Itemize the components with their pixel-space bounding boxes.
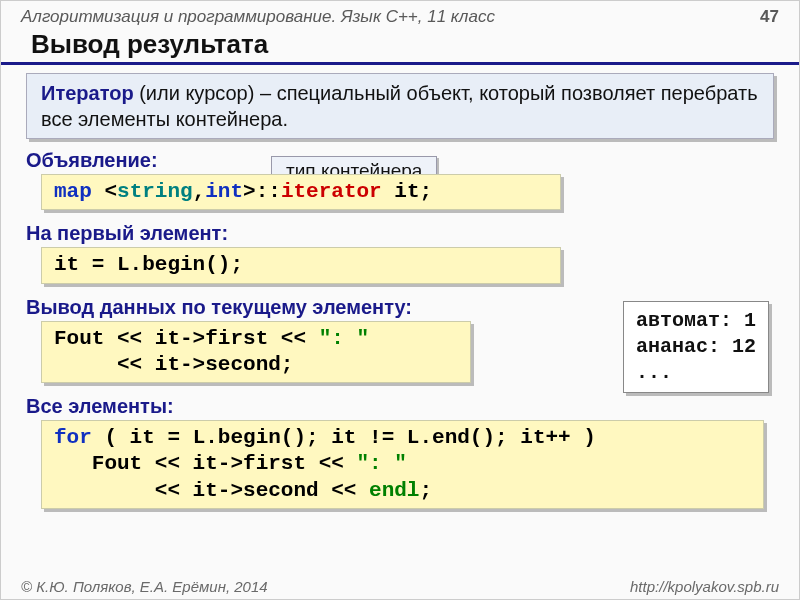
copyright: © К.Ю. Поляков, Е.А. Ерёмин, 2014 xyxy=(21,578,268,595)
code-all-elements: for ( it = L.begin(); it != L.end(); it+… xyxy=(41,420,764,509)
definition-term: Итератор xyxy=(41,82,134,104)
code-output-current: Fout << it->first << ": " << it->second; xyxy=(41,321,471,384)
code-first: it = L.begin(); xyxy=(41,247,561,283)
source-url: http://kpolyakov.spb.ru xyxy=(630,578,779,595)
header-bar: Алгоритмизация и программирование. Язык … xyxy=(1,1,799,29)
footer: © К.Ю. Поляков, Е.А. Ерёмин, 2014 http:/… xyxy=(1,578,799,595)
label-all-elements: Все элементы: xyxy=(26,395,799,418)
code-declaration: map <string,int>::iterator it; xyxy=(41,174,561,210)
label-first-element: На первый элемент: xyxy=(26,222,799,245)
page-number: 47 xyxy=(760,7,779,27)
definition-box: Итератор (или курсор) – специальный объе… xyxy=(26,73,774,139)
subject-line: Алгоритмизация и программирование. Язык … xyxy=(21,7,495,27)
sample-output: автомат: 1 ананас: 12 ... xyxy=(623,301,769,393)
page-title: Вывод результата xyxy=(1,29,799,65)
definition-text: (или курсор) – специальный объект, котор… xyxy=(41,82,758,130)
